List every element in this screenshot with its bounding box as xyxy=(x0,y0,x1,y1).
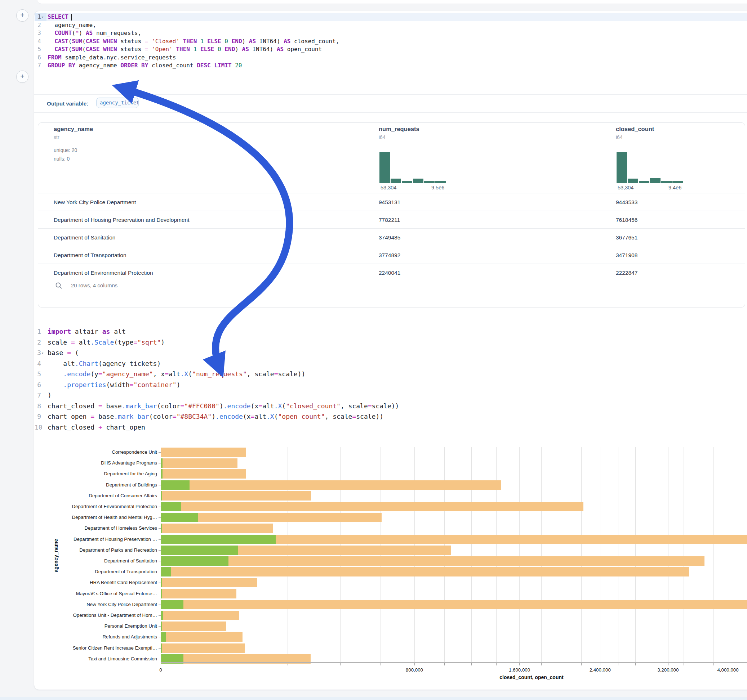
previous-cell-edge xyxy=(38,0,747,4)
hist-bar xyxy=(391,179,401,183)
chart-bar-closed xyxy=(161,480,501,490)
code-line[interactable]: 2 agency_name, xyxy=(35,21,747,30)
x-axis-tick xyxy=(444,663,445,665)
column-header-agency-name[interactable]: agency_name xyxy=(54,126,93,133)
chart-category-label: Department of Health and Mental Hyg… xyxy=(38,514,157,520)
hist-bar xyxy=(672,181,683,183)
code-line[interactable]: 5 .encode(y="agency_name", x=alt.X("num_… xyxy=(35,369,747,380)
x-axis-title: closed_count, open_count xyxy=(499,674,563,680)
code-text: CAST(SUM(CASE WHEN status = 'Closed' THE… xyxy=(48,38,339,46)
column-header-num-requests[interactable]: num_requests xyxy=(379,126,419,133)
code-line[interactable]: 1∨SELECT xyxy=(35,13,747,21)
histogram-max-label: 9.5e6 xyxy=(431,185,444,190)
code-line[interactable]: 5 CAST(SUM(CASE WHEN status = 'Open' THE… xyxy=(35,45,747,54)
column-type: str xyxy=(54,134,59,140)
x-tick-label: 1,600,000 xyxy=(509,667,530,673)
code-text: agency_name, xyxy=(48,21,96,30)
chart-bar-closed xyxy=(161,622,226,631)
chart-bar-closed xyxy=(161,523,273,533)
code-line[interactable]: 3∨base = ( xyxy=(35,347,747,358)
chart-gridline xyxy=(728,447,728,662)
code-line[interactable]: 7GROUP BY agency_name ORDER BY closed_co… xyxy=(35,62,747,70)
code-text: COUNT(*) AS num_requests, xyxy=(48,29,141,38)
code-line[interactable]: 4 CAST(SUM(CASE WHEN status = 'Closed' T… xyxy=(35,38,747,46)
chart-bar-closed xyxy=(161,459,237,468)
chart-gridline xyxy=(714,447,714,662)
code-line[interactable]: 10chart_closed + chart_open xyxy=(35,422,747,433)
x-axis-tick xyxy=(699,663,699,665)
code-text: chart_closed = base.mark_bar(color="#FFC… xyxy=(48,401,399,412)
hist-bar xyxy=(661,181,672,183)
code-text: CAST(SUM(CASE WHEN status = 'Open' THEN … xyxy=(48,45,322,54)
histogram-closed-count xyxy=(617,152,689,183)
line-number: 5 xyxy=(35,45,47,54)
code-line[interactable]: 8chart_closed = base.mark_bar(color="#FF… xyxy=(35,401,747,412)
code-text: base = ( xyxy=(48,347,79,358)
x-tick-label: 0 xyxy=(159,667,162,673)
add-cell-button-output[interactable]: + xyxy=(16,71,29,83)
table-cell: 9443533 xyxy=(616,193,637,211)
code-line[interactable]: 7) xyxy=(35,390,747,401)
code-line[interactable]: 6 .properties(width="container") xyxy=(35,380,747,390)
x-axis-tick xyxy=(600,663,600,665)
search-icon[interactable] xyxy=(55,282,62,289)
collapse-caret-icon[interactable]: ∨ xyxy=(41,13,47,21)
line-number: 5 xyxy=(35,369,47,380)
chart-bar-open xyxy=(161,546,238,555)
line-number: 4 xyxy=(35,38,47,46)
table-cell: Department of Sanitation xyxy=(54,229,115,246)
table-cell: 7782211 xyxy=(379,211,400,229)
x-axis-tick xyxy=(161,663,161,665)
code-line[interactable]: 1import altair as alt xyxy=(35,326,747,337)
x-axis-tick xyxy=(340,663,340,665)
table-cell: Department of Transportation xyxy=(54,246,127,264)
x-axis-tick xyxy=(652,663,652,665)
line-number: 6 xyxy=(35,380,47,390)
table-cell: 3677651 xyxy=(616,229,637,246)
line-number: 7 xyxy=(35,62,47,70)
code-line[interactable]: 4 alt.Chart(agency_tickets) xyxy=(35,358,747,369)
line-number: 9 xyxy=(35,411,47,422)
hist-bar xyxy=(639,181,649,183)
code-text: .properties(width="container") xyxy=(48,380,180,390)
table-row: Department of Housing Preservation and D… xyxy=(38,211,745,229)
chart-bar-closed xyxy=(161,502,584,511)
chart-bar-open xyxy=(161,502,181,511)
histogram-min-label: 53,304 xyxy=(618,185,634,190)
line-number: 8 xyxy=(35,401,47,412)
chart-bar-closed xyxy=(161,578,257,587)
code-line[interactable]: 2scale = alt.Scale(type="sqrt") xyxy=(35,337,747,348)
chart-gridline xyxy=(742,447,742,662)
section-divider xyxy=(34,112,747,113)
chart-gridline xyxy=(562,447,562,662)
table-cell: Department of Environmental Protection xyxy=(54,264,153,282)
output-variable-label: Output variable: xyxy=(47,101,88,107)
python-editor[interactable]: 1import altair as alt2scale = alt.Scale(… xyxy=(35,326,747,434)
chart-bar-closed xyxy=(161,643,245,653)
output-variable-pill[interactable]: agency_tickets xyxy=(96,98,139,108)
line-number: 2 xyxy=(35,337,47,348)
chart-bar-open xyxy=(161,556,228,566)
hist-bar xyxy=(617,152,627,183)
x-axis-tick xyxy=(471,663,472,665)
code-line[interactable]: 6FROM sample_data.nyc.service_requests xyxy=(35,54,747,62)
code-text: .encode(y="agency_name", x=alt.X("num_re… xyxy=(48,369,305,380)
table-row: Department of Transportation377489234719… xyxy=(38,246,745,264)
hist-bar xyxy=(435,181,446,183)
column-header-closed-count[interactable]: closed_count xyxy=(616,126,654,133)
hist-bar xyxy=(424,181,435,183)
x-axis-tick xyxy=(381,663,381,665)
y-axis-title: agency_name xyxy=(53,539,59,573)
code-line[interactable]: 9chart_open = base.mark_bar(color="#8BC3… xyxy=(35,411,747,422)
code-line[interactable]: 3 COUNT(*) AS num_requests, xyxy=(35,29,747,38)
sql-editor[interactable]: 1∨SELECT2 agency_name,3 COUNT(*) AS num_… xyxy=(35,13,747,74)
chart-gridline xyxy=(600,447,600,662)
x-axis-tick xyxy=(541,663,541,665)
add-cell-button-top[interactable]: + xyxy=(16,9,29,22)
table-cell: Department of Housing Preservation and D… xyxy=(54,211,189,229)
chart-gridline xyxy=(581,447,582,662)
chart-category-label: Department of Buildings xyxy=(38,482,157,487)
chart-bar-closed xyxy=(161,469,246,478)
x-axis-tick xyxy=(714,663,714,665)
collapse-caret-icon[interactable]: ∨ xyxy=(41,347,47,358)
